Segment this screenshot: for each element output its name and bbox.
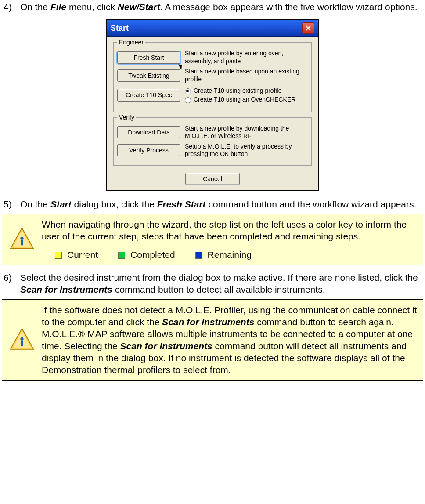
tweak-existing-button[interactable]: Tweak Existing (117, 69, 180, 82)
radio-ovenchecker[interactable]: Create T10 using an OvenCHECKER (185, 95, 308, 103)
swatch-green-icon (118, 252, 125, 259)
create-t10-button[interactable]: Create T10 Spec (117, 89, 180, 101)
engineer-group-label: Engineer (117, 38, 145, 46)
info-note-scan: If the software does not detect a M.O.L.… (2, 299, 423, 381)
color-legend: Current Completed Remaining (42, 249, 418, 261)
step-6-text: Select the desired instrument from the d… (20, 272, 421, 296)
text: On the (20, 199, 50, 209)
legend-remaining: Remaining (195, 249, 252, 261)
info-note-colorkey: When navigating through the wizard, the … (2, 214, 423, 265)
close-icon[interactable] (302, 22, 314, 34)
step-6: 6) Select the desired instrument from th… (0, 271, 425, 299)
legend-completed: Completed (118, 249, 175, 261)
step-4: 4) On the File menu, click New/Start. A … (0, 0, 425, 16)
fresh-start-name: Fresh Start (157, 199, 206, 209)
info-note-body: When navigating through the wizard, the … (42, 218, 418, 261)
scan-for-instruments-name: Scan for Instruments (162, 317, 254, 327)
scan-for-instruments-name: Scan for Instruments (120, 341, 212, 351)
fresh-start-button[interactable]: Fresh Start (117, 51, 180, 64)
svg-rect-7 (21, 340, 23, 346)
scan-for-instruments-name: Scan for Instruments (20, 284, 112, 294)
verify-group-label: Verify (117, 113, 136, 121)
step-6-number: 6) (4, 272, 20, 296)
swatch-blue-icon (195, 252, 202, 259)
download-data-button[interactable]: Download Data (117, 126, 180, 138)
verify-group: Verify Download Data Start a new profile… (113, 117, 312, 166)
text: command button to detect all available i… (112, 284, 325, 294)
swatch-yellow-icon (55, 252, 62, 259)
step-5: 5) On the Start dialog box, click the Fr… (0, 197, 425, 214)
radio-label: Create T10 using an OvenCHECKER (194, 96, 295, 103)
fresh-start-desc: Start a new profile by entering oven, as… (185, 50, 308, 65)
svg-point-6 (20, 337, 23, 340)
legend-label: Current (67, 250, 98, 260)
text: menu, click (66, 2, 118, 12)
step-5-number: 5) (4, 198, 20, 210)
radio-dot-icon (185, 97, 191, 103)
engineer-group: Engineer Fresh Start Start a new profile… (113, 42, 312, 112)
info-note-text: When navigating through the wizard, the … (42, 218, 418, 243)
tweak-existing-desc: Start a new profile based upon an existi… (185, 68, 308, 83)
text: dialog box, click the (72, 199, 157, 209)
info-icon (9, 227, 35, 252)
verify-process-button[interactable]: Verify Process (117, 144, 180, 156)
radio-existing-profile[interactable]: Create T10 using existing profile (185, 87, 308, 94)
text: command button and the workflow wizard a… (206, 199, 417, 209)
step-4-number: 4) (4, 1, 20, 13)
download-data-desc: Start a new profile by downloading the M… (185, 125, 308, 140)
start-dialog-figure: Start Engineer Fresh Start Start a new p… (0, 19, 425, 191)
menu-file: File (50, 2, 66, 12)
text: On the (20, 2, 50, 12)
step-5-text: On the Start dialog box, click the Fresh… (20, 198, 421, 210)
t10-radio-group: Create T10 using existing profile Create… (185, 86, 308, 104)
legend-label: Remaining (208, 250, 252, 260)
legend-current: Current (55, 249, 98, 261)
cancel-button[interactable]: Cancel (185, 173, 240, 185)
radio-dot-selected-icon (185, 88, 191, 94)
svg-point-2 (20, 237, 23, 240)
verify-process-desc: Setup a M.O.L.E. to verify a process by … (185, 143, 308, 158)
info-note-scan-body: If the software does not detect a M.O.L.… (42, 304, 418, 376)
dialog-title: Start (111, 23, 129, 33)
radio-label: Create T10 using existing profile (194, 87, 282, 94)
svg-rect-3 (21, 240, 23, 246)
menu-new-start: New/Start (118, 2, 160, 12)
start-dialog-name: Start (50, 199, 72, 209)
start-dialog: Start Engineer Fresh Start Start a new p… (106, 19, 319, 191)
info-icon (9, 327, 35, 353)
legend-label: Completed (130, 250, 175, 260)
step-4-text: On the File menu, click New/Start. A mes… (20, 1, 421, 13)
dialog-titlebar: Start (107, 20, 318, 37)
text: Select the desired instrument from the d… (20, 272, 418, 283)
text: . A message box appears with the five wo… (160, 2, 418, 12)
